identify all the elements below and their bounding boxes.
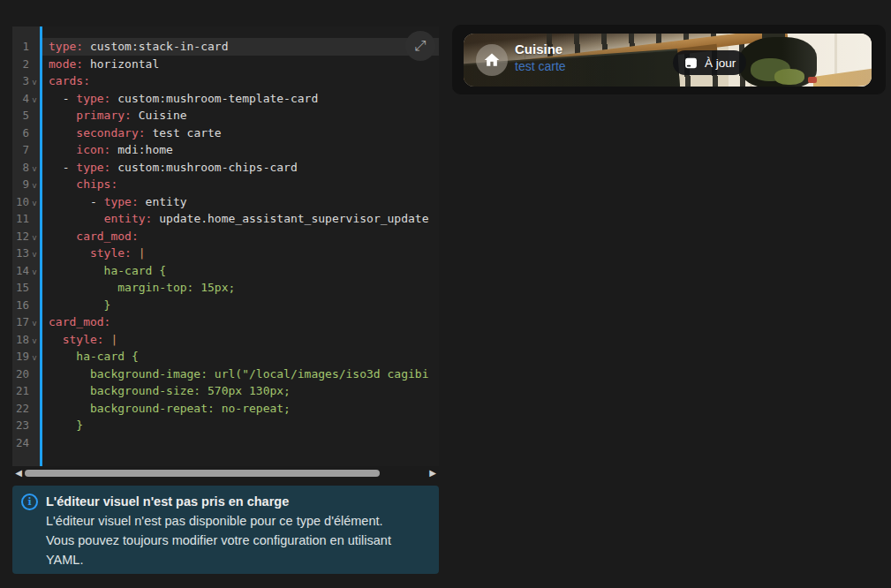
fold-chevron-icon[interactable]: v bbox=[29, 161, 40, 178]
gutter-row: 24 bbox=[12, 434, 40, 452]
scroll-right-arrow-icon[interactable]: ▶ bbox=[427, 468, 438, 479]
horizontal-scrollbar[interactable]: ◀ ▶ bbox=[12, 467, 439, 480]
stack-in-card-preview[interactable]: Cuisine test carte À jour bbox=[464, 34, 872, 87]
code-token bbox=[49, 177, 76, 191]
code-token bbox=[49, 109, 76, 122]
code-token: type: bbox=[104, 195, 139, 208]
code-line[interactable]: icon: mdi:home bbox=[42, 141, 439, 159]
gutter-row: 18v bbox=[12, 331, 40, 349]
line-number: 13 bbox=[13, 245, 29, 262]
code-token: test carte bbox=[146, 126, 222, 139]
code-token: ha-card { bbox=[49, 264, 166, 277]
code-token: background-size: 570px 130px; bbox=[49, 384, 291, 397]
code-token: mdi:home bbox=[110, 143, 172, 156]
fold-chevron-icon[interactable]: v bbox=[29, 230, 40, 247]
gutter-row: 11 bbox=[12, 210, 40, 228]
fold-chevron-icon[interactable]: v bbox=[29, 315, 40, 333]
code-line[interactable]: - type: entity bbox=[42, 193, 439, 211]
code-line[interactable] bbox=[42, 434, 439, 452]
code-token: style: bbox=[90, 246, 132, 260]
code-line[interactable]: entity: update.home_assistant_supervisor… bbox=[42, 210, 439, 228]
code-line[interactable]: - type: custom:mushroom-template-card bbox=[42, 90, 439, 108]
line-number: 22 bbox=[13, 400, 29, 418]
code-token bbox=[49, 333, 63, 346]
line-number: 9 bbox=[13, 176, 29, 193]
gutter-row: 3v bbox=[12, 72, 40, 90]
warning-text-line: Vous pouvez toujours modifier votre conf… bbox=[46, 531, 425, 550]
line-number: 8 bbox=[13, 159, 29, 177]
gutter-row: 23 bbox=[12, 417, 40, 434]
code-line[interactable]: ha-card { bbox=[42, 348, 439, 366]
code-line[interactable]: } bbox=[42, 297, 439, 314]
card-editor-screen: 123v4v5678v9v10v1112v13v14v151617v18v19v… bbox=[0, 0, 891, 588]
code-token bbox=[49, 126, 76, 139]
info-circle-icon: i bbox=[21, 494, 38, 510]
code-token: custom:mushroom-template-card bbox=[110, 92, 318, 105]
code-token: type: bbox=[76, 92, 110, 105]
line-number: 14 bbox=[13, 262, 29, 280]
code-token: background-repeat: no-repeat; bbox=[49, 402, 291, 415]
code-token: - bbox=[49, 161, 76, 174]
code-line[interactable]: cards: bbox=[42, 72, 439, 90]
code-token: - bbox=[49, 92, 76, 105]
fold-chevron-icon[interactable]: v bbox=[29, 74, 40, 92]
line-number: 16 bbox=[13, 297, 29, 314]
code-token bbox=[49, 230, 76, 243]
line-number: 15 bbox=[13, 279, 29, 297]
scrollbar-thumb[interactable] bbox=[25, 470, 380, 477]
card-preview-container: Cuisine test carte À jour bbox=[452, 25, 886, 94]
code-line[interactable]: card_mod: bbox=[42, 228, 439, 245]
code-line[interactable]: ha-card { bbox=[42, 262, 439, 280]
fold-chevron-icon[interactable]: v bbox=[29, 246, 40, 264]
code-line[interactable]: primary: Cuisine bbox=[42, 107, 439, 124]
update-status-chip[interactable]: À jour bbox=[673, 50, 746, 75]
code-line[interactable]: type: custom:stack-in-card bbox=[42, 38, 439, 56]
code-line[interactable]: background-repeat: no-repeat; bbox=[42, 400, 439, 418]
line-number: 1 bbox=[13, 38, 29, 56]
code-line[interactable]: background-size: 570px 130px; bbox=[42, 382, 439, 400]
line-number-gutter: 123v4v5678v9v10v1112v13v14v151617v18v19v… bbox=[12, 26, 40, 466]
code-line[interactable]: } bbox=[42, 417, 439, 434]
fold-chevron-icon[interactable]: v bbox=[29, 333, 40, 351]
expand-editor-button[interactable]: ⤢ bbox=[405, 31, 435, 61]
code-token: custom:mushroom-chips-card bbox=[110, 161, 297, 174]
code-line[interactable]: style: | bbox=[42, 331, 439, 349]
warning-title: L'éditeur visuel n'est pas pris en charg… bbox=[46, 493, 425, 511]
code-lines[interactable]: type: custom:stack-in-cardmode: horizont… bbox=[42, 26, 439, 466]
line-number: 7 bbox=[13, 141, 29, 159]
line-number: 11 bbox=[13, 210, 29, 228]
chip-label: À jour bbox=[705, 57, 736, 70]
card-icon-button[interactable] bbox=[476, 44, 508, 76]
code-token: | bbox=[132, 246, 146, 260]
code-token: primary: bbox=[76, 109, 132, 122]
fold-chevron-icon[interactable]: v bbox=[29, 92, 40, 109]
code-line[interactable]: background-image: url("/local/images/iso… bbox=[42, 366, 439, 383]
fold-chevron-icon[interactable]: v bbox=[29, 264, 40, 282]
code-token: margin-top: 15px; bbox=[49, 281, 235, 294]
gutter-row: 15 bbox=[12, 279, 40, 297]
code-token bbox=[49, 143, 76, 156]
code-line[interactable]: card_mod: bbox=[42, 313, 439, 331]
gutter-row: 22 bbox=[12, 400, 40, 418]
gutter-row: 7 bbox=[12, 141, 40, 159]
fold-chevron-icon[interactable]: v bbox=[29, 350, 40, 367]
code-line[interactable]: margin-top: 15px; bbox=[42, 279, 439, 297]
fold-chevron-icon[interactable]: v bbox=[29, 195, 40, 213]
line-number: 19 bbox=[13, 348, 29, 366]
card-primary-title: Cuisine bbox=[515, 41, 563, 57]
gutter-row: 10v bbox=[12, 193, 40, 211]
scroll-left-arrow-icon[interactable]: ◀ bbox=[13, 468, 24, 479]
fold-chevron-icon[interactable]: v bbox=[29, 177, 40, 195]
code-line[interactable]: style: | bbox=[42, 245, 439, 262]
code-token: card_mod: bbox=[76, 230, 138, 243]
code-line[interactable]: mode: horizontal bbox=[42, 56, 439, 73]
gutter-row: 17v bbox=[12, 313, 40, 331]
code-line[interactable]: secondary: test carte bbox=[42, 124, 439, 142]
line-number: 17 bbox=[13, 313, 29, 331]
yaml-code-editor[interactable]: 123v4v5678v9v10v1112v13v14v151617v18v19v… bbox=[12, 26, 439, 466]
gutter-row: 8v bbox=[12, 159, 40, 177]
gutter-row: 4v bbox=[12, 90, 40, 108]
code-token: ha-card { bbox=[49, 350, 139, 363]
code-line[interactable]: - type: custom:mushroom-chips-card bbox=[42, 159, 439, 177]
code-line[interactable]: chips: bbox=[42, 176, 439, 193]
